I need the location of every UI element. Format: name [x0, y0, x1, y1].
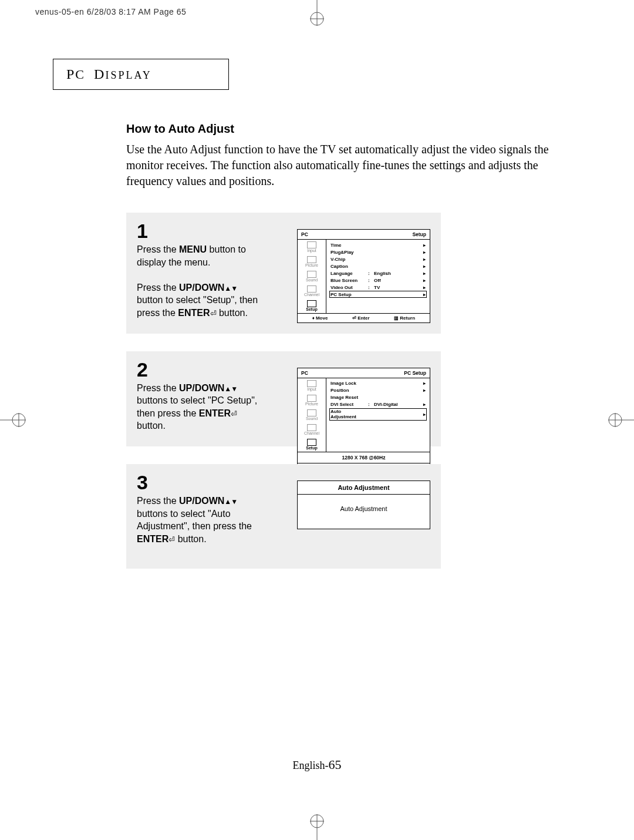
up-down-icon: ▲▼	[224, 385, 237, 393]
crop-mark-left	[0, 408, 28, 432]
osd-row: Image Lock▸	[329, 380, 427, 387]
caret-right-icon: ▸	[423, 250, 426, 255]
osd-row: Image Reset	[329, 394, 427, 401]
step-text: Press the MENU button to display the men…	[137, 243, 260, 320]
print-header: venus-05-en 6/28/03 8:17 AM Page 65	[35, 7, 186, 16]
osd-row: Caption▸	[329, 263, 427, 270]
enter-icon: ⏎	[210, 309, 217, 318]
auto-adjustment-dialog: Auto Adjustment Auto Adjustment	[297, 481, 430, 529]
caret-right-icon: ▸	[423, 285, 426, 290]
osd-row: V-Chip▸	[329, 256, 427, 263]
page-content: PC DISPLAY How to Auto Adjust Use the Au…	[53, 59, 581, 586]
svg-point-5	[311, 815, 323, 828]
caret-right-icon: ▸	[423, 257, 426, 262]
picture-icon	[307, 395, 316, 402]
osd-row: DVI Select:DVI-Digital▸	[329, 401, 427, 408]
channel-icon	[307, 424, 316, 431]
osd-pcsetup-menu: PC PC Setup InputPictureSoundChannelSetu…	[297, 368, 430, 473]
osd-nav: InputPictureSoundChannelSetup	[298, 240, 326, 313]
osd-nav-input: Input	[298, 378, 326, 393]
step-text: Press the UP/DOWN▲▼ buttons to select "A…	[137, 495, 260, 545]
input-icon	[307, 241, 316, 248]
osd-header-left: PC	[301, 231, 308, 237]
osd-row: Blue Screen:Off▸	[329, 277, 427, 284]
caret-right-icon: ▸	[423, 264, 426, 269]
intro-text: Use the Auto Adjust function to have the…	[126, 142, 572, 189]
dialog-body: Auto Adjustment	[298, 495, 430, 529]
osd-nav-setup: Setup	[298, 298, 326, 313]
osd-nav-input: Input	[298, 240, 326, 254]
osd-nav-setup: Setup	[298, 437, 326, 452]
channel-icon	[307, 285, 316, 293]
setup-icon	[307, 439, 316, 446]
input-icon	[307, 380, 316, 387]
osd-row: Video Out:TV▸	[329, 284, 427, 291]
osd-row: Time▸	[329, 241, 427, 248]
osd-header-left: PC	[301, 370, 308, 376]
return-icon: ▥	[394, 315, 399, 321]
osd-row: Auto Adjustment▸	[329, 408, 427, 421]
osd-nav-channel: Channel	[298, 284, 326, 298]
osd-nav-sound: Sound	[298, 269, 326, 284]
osd-footer: ♦Move ⏎Enter ▥Return	[298, 313, 430, 322]
osd-header-right: PC Setup	[404, 370, 426, 376]
crop-mark-right	[606, 408, 634, 432]
osd-nav-picture: Picture	[298, 393, 326, 408]
osd-status: 1280 X 768 @60Hz	[298, 452, 430, 463]
caret-right-icon: ▸	[423, 243, 426, 248]
sound-icon	[307, 271, 316, 278]
enter-icon: ⏎	[231, 409, 237, 418]
caret-right-icon: ▸	[423, 271, 426, 276]
osd-row: PC Setup▸	[329, 291, 427, 298]
step-text: Press the UP/DOWN▲▼ buttons to select "P…	[137, 382, 260, 432]
step-3: 3 Press the UP/DOWN▲▼ buttons to select …	[126, 464, 441, 569]
up-down-icon: ▲▼	[224, 284, 237, 293]
svg-point-13	[609, 414, 622, 426]
enter-icon: ⏎	[352, 315, 356, 321]
page-footer: English-65	[0, 757, 634, 772]
step-1: 1 Press the MENU button to display the m…	[126, 213, 441, 334]
osd-nav-picture: Picture	[298, 254, 326, 269]
caret-right-icon: ▸	[423, 381, 426, 386]
caret-right-icon: ▸	[423, 402, 426, 407]
caret-right-icon: ▸	[423, 278, 426, 283]
osd-list: Time▸Plug&Play▸V-Chip▸Caption▸Language:E…	[326, 240, 430, 313]
osd-nav: InputPictureSoundChannelSetup	[298, 378, 326, 452]
osd-list: Image Lock▸Position▸Image ResetDVI Selec…	[326, 378, 430, 452]
osd-nav-channel: Channel	[298, 422, 326, 437]
crop-mark-bottom	[305, 812, 329, 840]
osd-header-right: Setup	[412, 231, 426, 237]
osd-setup-menu: PC Setup InputPictureSoundChannelSetup T…	[297, 229, 430, 323]
up-down-icon: ▲▼	[224, 498, 237, 506]
caret-right-icon: ▸	[423, 388, 426, 393]
osd-row: Language:English▸	[329, 270, 427, 277]
caret-right-icon: ▸	[423, 412, 426, 417]
move-icon: ♦	[312, 315, 315, 321]
setup-icon	[307, 300, 316, 307]
caret-right-icon: ▸	[423, 292, 426, 297]
section-title: How to Auto Adjust	[126, 122, 581, 136]
title-box: PC DISPLAY	[53, 59, 229, 90]
enter-icon: ⏎	[168, 535, 175, 544]
svg-point-1	[311, 12, 323, 25]
osd-row: Plug&Play▸	[329, 248, 427, 256]
svg-point-9	[12, 414, 25, 426]
osd-nav-sound: Sound	[298, 408, 326, 422]
crop-mark-top	[305, 0, 329, 28]
dialog-title: Auto Adjustment	[298, 481, 430, 495]
osd-row: Position▸	[329, 387, 427, 394]
sound-icon	[307, 409, 316, 416]
step-2: 2 Press the UP/DOWN▲▼ buttons to select …	[126, 351, 441, 446]
picture-icon	[307, 256, 316, 263]
